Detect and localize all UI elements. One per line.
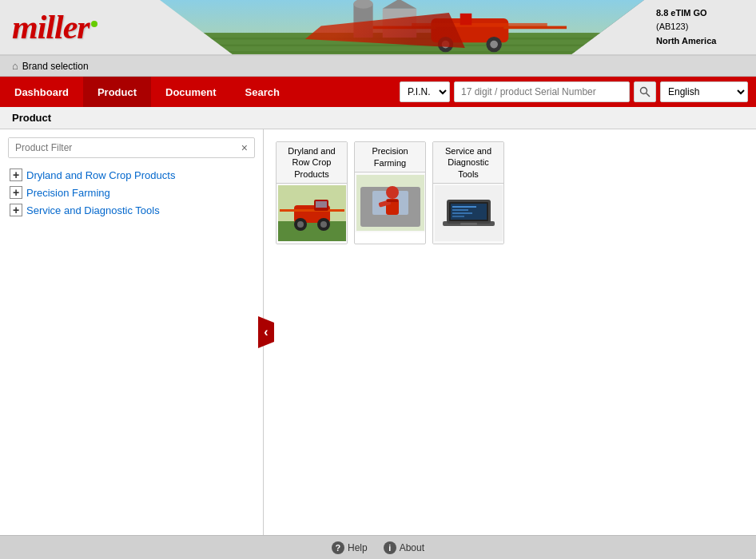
svg-rect-21: [278, 221, 346, 241]
product-card-precision[interactable]: Precision Farming: [354, 141, 426, 244]
expand-icon-precision[interactable]: +: [10, 186, 22, 199]
about-icon: i: [384, 541, 396, 554]
about-label: About: [400, 542, 424, 553]
product-card-label-precision: Precision Farming: [355, 142, 425, 172]
svg-rect-44: [452, 212, 472, 214]
svg-point-10: [438, 37, 453, 52]
sidebar-label-dryland: Dryland and Row Crop Products: [26, 169, 175, 181]
breadcrumb-text[interactable]: Brand selection: [22, 61, 89, 72]
svg-rect-17: [503, 26, 567, 30]
navbar: Dashboard Product Document Search P.I.N.…: [0, 77, 756, 107]
header-banner-image: [160, 0, 644, 54]
product-card-dryland[interactable]: Dryland and Row Crop Products: [276, 141, 348, 244]
svg-rect-15: [460, 14, 472, 26]
nav-tabs: Dashboard Product Document Search: [0, 77, 294, 107]
sidebar-item-dryland[interactable]: + Dryland and Row Crop Products: [8, 166, 255, 184]
svg-rect-4: [160, 51, 644, 53]
product-card-image-precision: [354, 172, 426, 232]
svg-point-26: [320, 221, 327, 228]
svg-rect-36: [387, 200, 398, 202]
home-icon[interactable]: ⌂: [12, 60, 18, 72]
sidebar-item-precision[interactable]: + Precision Farming: [8, 184, 255, 201]
svg-point-13: [490, 41, 498, 49]
svg-rect-45: [452, 216, 464, 217]
footer: ? Help i About: [0, 535, 756, 559]
svg-rect-2: [160, 38, 644, 39]
svg-point-24: [297, 221, 304, 228]
help-link[interactable]: ? Help: [332, 541, 368, 554]
svg-line-19: [647, 93, 651, 97]
svg-rect-16: [373, 26, 436, 30]
version-region: North America: [656, 34, 744, 49]
service-laptop-image: [435, 185, 503, 241]
svg-rect-46: [460, 223, 477, 225]
svg-rect-1: [160, 33, 644, 54]
nav-search-area: P.I.N. Serial English French Spanish Ger…: [400, 81, 756, 102]
help-label: Help: [348, 542, 368, 553]
tab-product[interactable]: Product: [83, 77, 151, 107]
product-card-label-dryland: Dryland and Row Crop Products: [277, 142, 347, 184]
product-grid: Dryland and Row Crop Products: [276, 141, 744, 244]
breadcrumb: ⌂ Brand selection: [0, 56, 756, 77]
product-grid-area: Dryland and Row Crop Products: [264, 129, 756, 535]
logo-area: miller: [0, 0, 160, 54]
language-select[interactable]: English French Spanish German: [660, 81, 748, 102]
tab-dashboard[interactable]: Dashboard: [0, 77, 83, 107]
svg-rect-29: [316, 201, 327, 208]
product-filter-input[interactable]: [9, 138, 235, 157]
svg-rect-7: [383, 9, 416, 38]
precision-farming-image: [356, 175, 424, 231]
filter-bar: ×: [8, 137, 255, 158]
sidebar-label-service: Service and Diagnostic Tools: [26, 204, 160, 216]
product-card-label-service: Service and Diagnostic Tools: [433, 142, 503, 184]
tab-document[interactable]: Document: [151, 77, 231, 107]
header-version-info: 8.8 eTIM GO (AB123) North America: [644, 0, 756, 54]
svg-rect-3: [160, 45, 644, 46]
main-content: × + Dryland and Row Crop Products + Prec…: [0, 129, 756, 535]
expand-icon-service[interactable]: +: [10, 204, 22, 216]
version-label: 8.8 eTIM GO: [656, 6, 744, 21]
header: miller: [0, 0, 756, 56]
about-link[interactable]: i About: [384, 541, 424, 554]
expand-icon-dryland[interactable]: +: [10, 168, 22, 181]
search-icon: [639, 86, 651, 97]
svg-rect-5: [353, 4, 372, 38]
svg-point-11: [442, 41, 450, 49]
help-icon: ?: [332, 541, 344, 554]
product-card-image-dryland: [276, 184, 348, 244]
svg-rect-43: [452, 209, 468, 211]
svg-point-18: [641, 88, 647, 94]
search-button[interactable]: [634, 81, 656, 102]
tab-search[interactable]: Search: [231, 77, 294, 107]
page-title: Product: [0, 107, 756, 129]
product-card-image-service: [432, 184, 504, 244]
search-input[interactable]: [454, 81, 630, 102]
sidebar-item-service[interactable]: + Service and Diagnostic Tools: [8, 201, 255, 219]
version-code: (AB123): [656, 20, 744, 34]
product-card-service[interactable]: Service and Diagnostic Tools: [432, 141, 504, 244]
filter-clear-button[interactable]: ×: [235, 138, 254, 157]
logo: miller: [12, 8, 97, 46]
sidebar: × + Dryland and Row Crop Products + Prec…: [0, 129, 264, 535]
pin-select[interactable]: P.I.N. Serial: [400, 81, 450, 102]
sidebar-label-precision: Precision Farming: [26, 187, 110, 199]
svg-rect-27: [280, 209, 344, 212]
dryland-sprayer-image: [278, 185, 346, 241]
svg-rect-42: [452, 206, 476, 208]
svg-point-33: [386, 186, 399, 199]
